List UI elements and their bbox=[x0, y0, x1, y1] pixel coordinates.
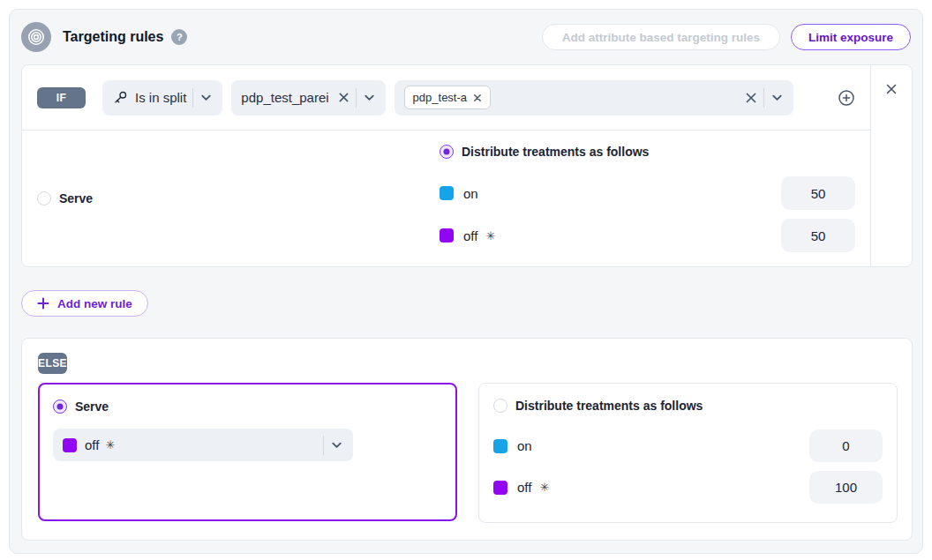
treatment-on-swatch bbox=[493, 439, 507, 453]
rule-card: IF Is in split bbox=[21, 64, 913, 267]
matcher-label: Is in split bbox=[135, 90, 186, 105]
rule-delete-column bbox=[870, 65, 912, 266]
limit-exposure-button[interactable]: Limit exposure bbox=[791, 24, 911, 50]
split-select[interactable]: pdp_test_parei bbox=[231, 80, 385, 116]
else-distribute-card[interactable]: Distribute treatments as follows on 0 of… bbox=[478, 383, 898, 523]
distribute-radio-row[interactable]: Distribute treatments as follows bbox=[440, 145, 855, 159]
else-distribute-label: Distribute treatments as follows bbox=[515, 399, 703, 413]
default-treatment-icon: ✳ bbox=[485, 229, 495, 243]
remove-tag-icon[interactable] bbox=[473, 93, 482, 102]
else-percent-input-off[interactable]: 100 bbox=[809, 471, 883, 504]
serve-value: off bbox=[85, 437, 99, 452]
panel-header: Targeting rules ? Add attribute based ta… bbox=[21, 10, 911, 64]
treatment-row-off: off ✳ 50 bbox=[440, 219, 855, 252]
clear-all-icon[interactable] bbox=[745, 92, 757, 104]
treatment-on-swatch bbox=[440, 186, 454, 200]
default-treatment-icon: ✳ bbox=[539, 481, 549, 494]
chevron-down-icon[interactable] bbox=[770, 91, 784, 104]
serve-label: Serve bbox=[59, 191, 93, 205]
serve-option[interactable]: Serve bbox=[37, 145, 440, 252]
default-treatment-icon: ✳ bbox=[105, 438, 115, 452]
else-badge: ELSE bbox=[38, 353, 67, 374]
help-icon[interactable]: ? bbox=[171, 29, 187, 45]
page-title: Targeting rules bbox=[63, 29, 163, 45]
delete-rule-icon[interactable] bbox=[885, 83, 898, 95]
else-percent-input-on[interactable]: 0 bbox=[809, 429, 883, 462]
treatment-name: on bbox=[517, 438, 532, 453]
treatment-off-swatch bbox=[440, 228, 454, 243]
divider bbox=[356, 88, 357, 108]
divider bbox=[763, 88, 764, 108]
percent-input-on[interactable]: 50 bbox=[781, 176, 855, 210]
treatment-row-on: on 0 bbox=[493, 429, 883, 462]
treatments-multiselect[interactable]: pdp_test-a bbox=[395, 80, 793, 116]
else-serve-dropdown[interactable]: off ✳ bbox=[53, 429, 353, 461]
add-condition-icon[interactable] bbox=[838, 89, 855, 107]
else-serve-radio[interactable] bbox=[53, 399, 67, 414]
treatment-row-off: off ✳ 100 bbox=[493, 471, 883, 504]
treatment-name: off bbox=[463, 228, 477, 243]
treatment-name: on bbox=[463, 186, 478, 201]
else-serve-card[interactable]: Serve off ✳ bbox=[38, 383, 457, 521]
add-new-rule-button[interactable]: Add new rule bbox=[21, 290, 148, 317]
key-icon bbox=[112, 90, 128, 106]
target-icon bbox=[21, 22, 51, 52]
else-serve-radio-row[interactable]: Serve bbox=[53, 399, 442, 414]
treatment-row-on: on 50 bbox=[440, 176, 855, 210]
chevron-down-icon[interactable] bbox=[363, 91, 376, 104]
percent-input-off[interactable]: 50 bbox=[781, 219, 855, 252]
add-attribute-rules-button[interactable]: Add attribute based targeting rules bbox=[542, 24, 780, 50]
else-serve-label: Serve bbox=[75, 399, 109, 414]
divider bbox=[192, 88, 193, 108]
plus-icon bbox=[37, 297, 49, 310]
split-value: pdp_test_parei bbox=[241, 90, 328, 105]
if-badge: IF bbox=[37, 87, 86, 108]
treatment-off-swatch bbox=[63, 438, 77, 452]
divider bbox=[323, 436, 324, 455]
targeting-rules-panel: Targeting rules ? Add attribute based ta… bbox=[9, 9, 923, 554]
serve-radio[interactable] bbox=[37, 191, 51, 205]
clear-split-icon[interactable] bbox=[338, 92, 350, 103]
distribute-radio[interactable] bbox=[440, 145, 454, 159]
treatment-name: off bbox=[517, 480, 531, 495]
treatment-off-swatch bbox=[493, 481, 507, 495]
else-card: ELSE Serve off ✳ bbox=[21, 338, 913, 541]
matcher-dropdown[interactable]: Is in split bbox=[102, 80, 222, 116]
else-distribute-radio-row[interactable]: Distribute treatments as follows bbox=[493, 399, 883, 413]
treatment-tag-label: pdp_test-a bbox=[413, 91, 467, 104]
treatment-tag: pdp_test-a bbox=[404, 86, 491, 109]
distribute-option: Distribute treatments as follows on 50 o… bbox=[440, 145, 855, 252]
else-distribute-radio[interactable] bbox=[493, 399, 507, 413]
serve-section: Serve Distribute treatments as follows o… bbox=[22, 131, 870, 266]
rule-main: IF Is in split bbox=[22, 65, 870, 266]
chevron-down-icon[interactable] bbox=[199, 91, 213, 104]
add-new-rule-label: Add new rule bbox=[57, 297, 132, 310]
chevron-down-icon[interactable] bbox=[330, 438, 343, 452]
distribute-label: Distribute treatments as follows bbox=[462, 145, 649, 159]
if-condition-row: IF Is in split bbox=[22, 65, 870, 131]
